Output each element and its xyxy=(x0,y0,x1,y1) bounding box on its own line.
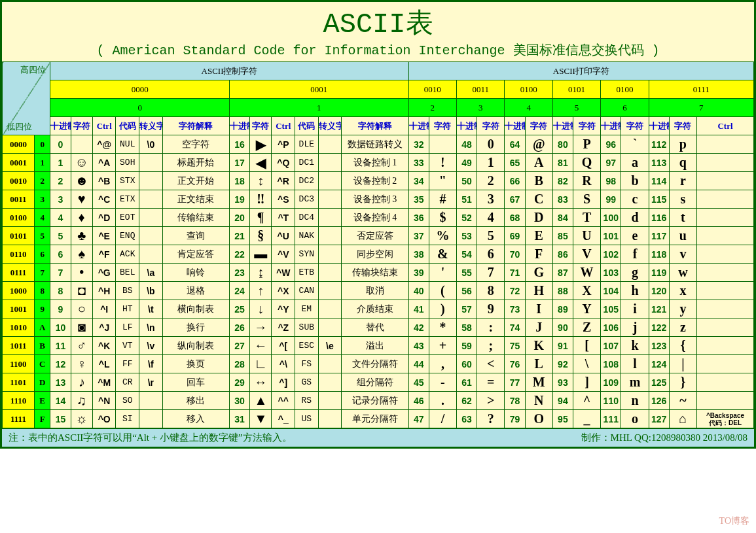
cell-chr: 1 xyxy=(477,154,505,172)
cell-chr: ↕ xyxy=(250,172,272,190)
dec-high-0: 0 xyxy=(50,99,230,117)
cell-desc: 传输结束 xyxy=(162,209,229,227)
hex-low: A xyxy=(34,318,50,337)
cell-dec: 102 xyxy=(601,245,621,264)
cell-code: ENQ xyxy=(116,227,139,245)
cell-dec: 85 xyxy=(552,227,573,245)
cell-desc: 介质结束 xyxy=(342,300,408,318)
cell-chr: → xyxy=(250,318,272,337)
cell-dec: 7 xyxy=(50,264,71,282)
cell-ctrl: ^F xyxy=(92,245,116,264)
cell-chr: S xyxy=(573,190,600,209)
cell-dec: 49 xyxy=(457,154,477,172)
cell-chr: _ xyxy=(573,410,600,428)
cell-dec: 31 xyxy=(229,410,249,428)
cell-chr: j xyxy=(621,318,649,337)
cell-chr: & xyxy=(429,245,456,264)
cell-ctrl: ^Q xyxy=(272,154,295,172)
cell-chr: , xyxy=(429,355,456,373)
cell-ctrl-last xyxy=(697,209,754,227)
cell-chr: y xyxy=(669,300,696,318)
cell-chr: - xyxy=(429,373,456,392)
bin-low: 1000 xyxy=(3,282,35,300)
cell-chr: Q xyxy=(573,154,600,172)
hdr-dec: 十进制 xyxy=(50,117,71,135)
cell-code: SYN xyxy=(295,245,319,264)
cell-desc: 设备控制 2 xyxy=(342,172,408,190)
cell-desc: 设备控制 4 xyxy=(342,209,408,227)
cell-dec: 47 xyxy=(408,410,429,428)
cell-esc xyxy=(318,355,342,373)
cell-dec: 42 xyxy=(408,318,429,337)
hex-low: 2 xyxy=(34,172,50,190)
cell-dec: 32 xyxy=(408,135,429,154)
cell-ctrl-last xyxy=(697,318,754,337)
data-row: 1100C12♀^LFF\f换页28∟^\FS文件分隔符44,60<76L92\… xyxy=(3,355,754,373)
cell-dec: 25 xyxy=(229,300,249,318)
cell-dec: 78 xyxy=(505,392,525,410)
cell-dec: 4 xyxy=(50,209,71,227)
dec-high-4: 4 xyxy=(505,99,552,117)
cell-desc: 正文结束 xyxy=(162,190,229,209)
cell-chr: C xyxy=(525,190,552,209)
cell-dec: 35 xyxy=(408,190,429,209)
cell-chr: N xyxy=(525,392,552,410)
bin-low: 0000 xyxy=(3,135,35,154)
cell-dec: 60 xyxy=(457,355,477,373)
hdr-chr: 字符 xyxy=(621,117,649,135)
cell-code: STX xyxy=(116,172,139,190)
data-row: 1110E14♫^NSO移出30▲^^RS记录分隔符46.62>78N94^11… xyxy=(3,392,754,410)
cell-dec: 123 xyxy=(649,337,669,355)
cell-ctrl: ^B xyxy=(92,172,116,190)
cell-dec: 66 xyxy=(505,172,525,190)
hex-low: 3 xyxy=(34,190,50,209)
cell-ctrl: ^P xyxy=(272,135,295,154)
cell-chr: ♫ xyxy=(71,392,92,410)
cell-dec: 56 xyxy=(457,282,477,300)
bin-low: 0011 xyxy=(3,190,35,209)
cell-esc xyxy=(318,154,342,172)
cell-dec: 98 xyxy=(601,172,621,190)
cell-esc: \b xyxy=(139,282,163,300)
cell-ctrl: ^E xyxy=(92,227,116,245)
label-low: 低四位 xyxy=(7,122,32,132)
cell-dec: 20 xyxy=(229,209,249,227)
cell-dec: 70 xyxy=(505,245,525,264)
cell-dec: 76 xyxy=(505,355,525,373)
cell-chr: G xyxy=(525,264,552,282)
cell-dec: 100 xyxy=(601,209,621,227)
hdr-chr: 字符 xyxy=(669,117,696,135)
bin-low: 0101 xyxy=(3,227,35,245)
cell-dec: 99 xyxy=(601,190,621,209)
hex-low: F xyxy=(34,410,50,428)
cell-chr: $ xyxy=(429,209,456,227)
cell-code: DC4 xyxy=(295,209,319,227)
hex-low: E xyxy=(34,392,50,410)
cell-chr: M xyxy=(525,373,552,392)
cell-esc xyxy=(318,318,342,337)
cell-chr: x xyxy=(669,282,696,300)
cell-dec: 95 xyxy=(552,410,573,428)
cell-ctrl: ^W xyxy=(272,264,295,282)
cell-code: ACK xyxy=(116,245,139,264)
cell-dec: 79 xyxy=(505,410,525,428)
cell-esc: \t xyxy=(139,300,163,318)
cell-esc xyxy=(318,209,342,227)
cell-desc: 设备控制 1 xyxy=(342,154,408,172)
cell-chr: X xyxy=(573,282,600,300)
cell-desc: 查询 xyxy=(162,227,229,245)
hdr-chr: 字符 xyxy=(429,117,456,135)
hdr-chr: 字符 xyxy=(573,117,600,135)
cell-dec: 52 xyxy=(457,209,477,227)
cell-chr: r xyxy=(669,172,696,190)
cell-ctrl: ^M xyxy=(92,373,116,392)
cell-dec: 34 xyxy=(408,172,429,190)
cell-chr: 7 xyxy=(477,264,505,282)
cell-chr: ? xyxy=(477,410,505,428)
cell-dec: 116 xyxy=(649,209,669,227)
cell-dec: 46 xyxy=(408,392,429,410)
bin-high-0: 0000 xyxy=(50,80,230,99)
cell-chr: P xyxy=(573,135,600,154)
hex-low: 1 xyxy=(34,154,50,172)
cell-dec: 67 xyxy=(505,190,525,209)
